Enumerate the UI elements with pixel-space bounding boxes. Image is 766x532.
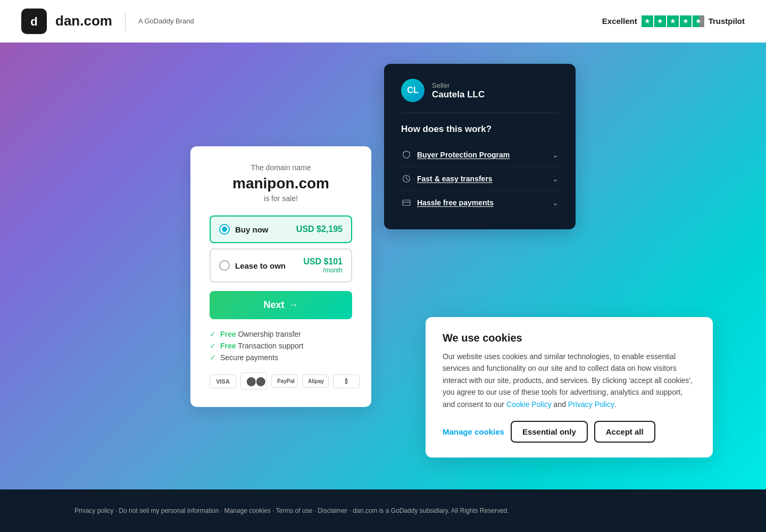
domain-subtitle: The domain name: [210, 163, 352, 172]
header-divider: [125, 12, 126, 31]
card-icon: [401, 197, 412, 208]
seller-name: Cautela LLC: [432, 89, 485, 100]
seller-label: Seller: [432, 81, 485, 89]
star-2: ★: [654, 15, 666, 27]
check-icon-1: ✓: [210, 330, 216, 338]
manage-cookies-button[interactable]: Manage cookies: [443, 422, 504, 442]
svg-text:d: d: [30, 15, 37, 28]
star-3: ★: [667, 15, 679, 27]
lease-sub: /month: [303, 267, 343, 274]
payment-icons: VISA ⬤⬤ PayPal Alipay ₿: [210, 372, 352, 390]
check-icon-3: ✓: [210, 353, 216, 362]
seller-card: CL Seller Cautela LLC How does this work…: [384, 64, 576, 229]
footer: Privacy policy · Do not sell my personal…: [0, 489, 766, 532]
alipay-icon: Alipay: [302, 375, 329, 388]
lease-price: USD $101: [303, 257, 343, 267]
privacy-policy-link[interactable]: Privacy Policy: [568, 400, 614, 409]
star-1: ★: [642, 15, 653, 27]
hassle-free-link[interactable]: Hassle free payments: [417, 198, 494, 207]
accept-all-button[interactable]: Accept all: [594, 421, 655, 443]
next-label: Next: [263, 300, 284, 311]
star-5: ★: [693, 15, 704, 27]
seller-avatar: CL: [401, 79, 424, 102]
trustpilot-area: Excellent ★ ★ ★ ★ ★ Trustpilot: [602, 15, 745, 27]
buy-now-left: Buy now: [219, 224, 269, 235]
check-icon-2: ✓: [210, 342, 216, 350]
buy-now-option[interactable]: Buy now USD $2,195: [210, 215, 352, 243]
footer-text: Privacy policy · Do not sell my personal…: [74, 506, 509, 516]
logo-text: dan.com: [55, 13, 112, 29]
domain-sale-card: The domain name manipon.com is for sale!…: [190, 146, 371, 407]
header: d dan.com A GoDaddy Brand Excellent ★ ★ …: [0, 0, 766, 43]
chevron-down-icon-1: ⌄: [552, 151, 559, 159]
cookie-buttons: Manage cookies Essential only Accept all: [443, 421, 696, 443]
feature-ownership: ✓ Free Ownership transfer: [210, 330, 352, 338]
hero-section: The domain name manipon.com is for sale!…: [0, 43, 766, 489]
cookie-policy-link[interactable]: Cookie Policy: [506, 400, 552, 409]
buyer-protection-link[interactable]: Buyer Protection Program: [417, 151, 510, 159]
fast-transfers-link[interactable]: Fast & easy transfers: [417, 174, 493, 183]
dan-logo-icon: d: [21, 9, 47, 34]
chevron-down-icon-3: ⌄: [552, 198, 559, 207]
free-text-2: Free: [220, 342, 236, 350]
paypal-icon: PayPal: [271, 375, 298, 388]
lease-price-block: USD $101 /month: [303, 257, 343, 274]
cookie-text: Our website uses cookies and similar tec…: [443, 351, 696, 410]
clock-icon: [401, 173, 412, 184]
domain-name: manipon.com: [210, 175, 352, 192]
header-left: d dan.com A GoDaddy Brand: [21, 9, 194, 34]
essential-only-button[interactable]: Essential only: [511, 421, 588, 443]
next-button[interactable]: Next →: [210, 291, 352, 319]
buy-now-price: USD $2,195: [296, 225, 343, 234]
seller-info: Seller Cautela LLC: [432, 81, 485, 100]
svg-rect-3: [403, 200, 410, 205]
buyer-protection-left: Buyer Protection Program: [401, 149, 510, 160]
mastercard-icon: ⬤⬤: [240, 372, 267, 390]
feature-list: ✓ Free Ownership transfer ✓ Free Transac…: [210, 330, 352, 362]
visa-icon: VISA: [210, 375, 236, 388]
star-4: ★: [680, 15, 692, 27]
cookie-title: We use cookies: [443, 332, 696, 344]
bitcoin-icon: ₿: [333, 375, 360, 388]
lease-option[interactable]: Lease to own USD $101 /month: [210, 248, 352, 282]
feature-transaction: ✓ Free Transaction support: [210, 342, 352, 350]
hassle-free-item[interactable]: Hassle free payments ⌄: [401, 191, 559, 214]
buy-now-radio: [219, 224, 230, 235]
lease-left: Lease to own: [219, 260, 286, 271]
trustpilot-excellent: Excellent: [602, 16, 637, 26]
buyer-protection-item[interactable]: Buyer Protection Program ⌄: [401, 143, 559, 167]
feature-secure: ✓ Secure payments: [210, 353, 352, 362]
free-text-1: Free: [220, 330, 236, 338]
trustpilot-stars: ★ ★ ★ ★ ★: [642, 15, 704, 27]
shield-icon: [401, 149, 412, 160]
hassle-free-left: Hassle free payments: [401, 197, 494, 208]
godaddy-brand-text: A GoDaddy Brand: [138, 17, 194, 25]
fast-transfers-item[interactable]: Fast & easy transfers ⌄: [401, 167, 559, 191]
next-arrow-icon: →: [289, 300, 298, 311]
lease-radio: [219, 260, 230, 271]
trustpilot-name: Trustpilot: [709, 16, 745, 26]
seller-header: CL Seller Cautela LLC: [401, 79, 559, 113]
how-title: How does this work?: [401, 124, 559, 135]
fast-transfers-left: Fast & easy transfers: [401, 173, 493, 184]
buy-now-label: Buy now: [235, 225, 269, 234]
domain-forsale: is for sale!: [210, 194, 352, 203]
cookie-banner: We use cookies Our website uses cookies …: [426, 317, 713, 458]
lease-label: Lease to own: [235, 261, 286, 270]
chevron-down-icon-2: ⌄: [552, 174, 559, 183]
secure-payments-text: Secure payments: [220, 353, 278, 362]
